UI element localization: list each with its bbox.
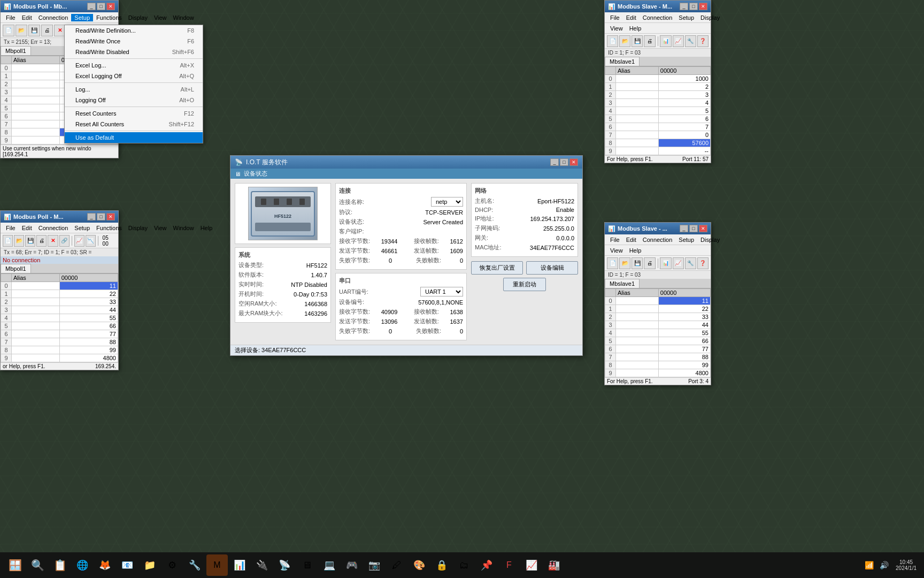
mbslave1-tb8[interactable]: ❓ [697, 35, 709, 47]
menu-setup[interactable]: Setup [71, 14, 93, 21]
taskbar-app6[interactable]: 💻 [319, 554, 340, 576]
mbslave1-tb7[interactable]: 🔧 [685, 35, 696, 47]
restore-factory-button[interactable]: 恢复出厂设置 [471, 261, 523, 275]
netp-select[interactable]: netp [431, 197, 463, 207]
ctx-use-as-default[interactable]: Use as Default [65, 132, 203, 143]
menu-file[interactable]: File [3, 14, 19, 21]
edit-device-button[interactable]: 设备编辑 [526, 261, 578, 275]
mbpoll2-toolbar-new[interactable]: 📄 [3, 235, 13, 247]
restart-button[interactable]: 重新启动 [503, 278, 546, 291]
mbpoll2-toolbar-btn3[interactable]: 📉 [86, 235, 96, 247]
mbpoll2-menu-help[interactable]: Help [197, 224, 216, 232]
mbslave2-display[interactable]: Display [697, 236, 723, 244]
mbpoll1-maximize[interactable]: □ [97, 3, 105, 10]
mbpoll1-tab[interactable]: Mbpoll1 [1, 46, 31, 55]
mbpoll2-menu-file[interactable]: File [3, 224, 19, 232]
iot-minimize[interactable]: _ [550, 158, 559, 166]
mbslave2-tb1[interactable]: 📄 [607, 257, 618, 269]
mbpoll2-menu-window[interactable]: Window [170, 224, 197, 232]
iot-maximize[interactable]: □ [560, 158, 568, 166]
mbslave2-minimize[interactable]: _ [680, 225, 688, 232]
mbslave1-file[interactable]: File [607, 14, 623, 21]
menu-edit[interactable]: Edit [19, 14, 35, 21]
mbslave1-view[interactable]: View [607, 25, 626, 32]
taskbar-app3[interactable]: 🔌 [251, 554, 273, 576]
taskbar-app8[interactable]: 📷 [364, 554, 385, 576]
mbslave2-maximize[interactable]: □ [689, 225, 698, 232]
mbslave2-tb7[interactable]: 🔧 [685, 257, 696, 269]
toolbar-open[interactable]: 📂 [16, 25, 27, 36]
taskbar-clock[interactable]: 10:45 2024/1/1 [892, 559, 920, 571]
mbpoll2-menu-display[interactable]: Display [125, 224, 151, 232]
mbslave1-tb2[interactable]: 📂 [619, 35, 630, 47]
mbslave2-tb4[interactable]: 🖨 [644, 257, 655, 269]
ctx-excel-logging-off[interactable]: Excel Logging Off Alt+Q [65, 71, 203, 81]
mbpoll2-menu-setup[interactable]: Setup [71, 224, 93, 232]
taskbar-app13[interactable]: 📌 [476, 554, 497, 576]
mbpoll2-menu-connection[interactable]: Connection [35, 224, 72, 232]
mbpoll2-toolbar-save[interactable]: 💾 [25, 235, 35, 247]
mbslave2-tb2[interactable]: 📂 [619, 257, 630, 269]
mbslave2-tb6[interactable]: 📈 [673, 257, 684, 269]
toolbar-new[interactable]: 📄 [3, 25, 14, 36]
mbpoll2-toolbar-connect[interactable]: 🔗 [59, 235, 70, 247]
mbslave2-view[interactable]: View [607, 247, 626, 254]
mbpoll2-menu-functions[interactable]: Functions [93, 224, 125, 232]
taskbar-app16[interactable]: 🏭 [543, 554, 565, 576]
taskbar-app4[interactable]: 📡 [274, 554, 295, 576]
menu-functions[interactable]: Functions [93, 14, 125, 21]
menu-window[interactable]: Window [170, 14, 197, 21]
mbslave2-close[interactable]: ✕ [699, 225, 707, 232]
mbpoll2-toolbar-stop[interactable]: ✕ [48, 235, 58, 247]
mbslave2-titlebar[interactable]: 📊 Modbus Slave - ... _ □ ✕ [605, 223, 711, 234]
mbpoll1-titlebar[interactable]: 📊 Modbus Poll - Mb... _ □ ✕ [1, 1, 118, 12]
taskbar-app11[interactable]: 🔒 [431, 554, 452, 576]
taskbar-mail[interactable]: 📧 [117, 554, 138, 576]
mbslave1-help[interactable]: Help [626, 25, 645, 32]
mbpoll2-maximize[interactable]: □ [97, 213, 105, 220]
mbpoll1-close[interactable]: ✕ [106, 3, 115, 10]
mbpoll2-tab[interactable]: Mbpoll1 [1, 264, 31, 273]
mbpoll2-close[interactable]: ✕ [106, 213, 115, 220]
mbslave2-edit[interactable]: Edit [623, 236, 640, 244]
taskbar-explorer[interactable]: 📁 [139, 554, 160, 576]
mbslave2-tab[interactable]: Mbslave1 [605, 279, 640, 288]
taskbar-browser1[interactable]: 🌐 [72, 554, 93, 576]
mbpoll2-minimize[interactable]: _ [87, 213, 96, 220]
taskbar-app5[interactable]: 🖥 [296, 554, 318, 576]
mbslave2-tb8[interactable]: ❓ [697, 257, 709, 269]
mbslave2-file[interactable]: File [607, 236, 623, 244]
taskbar-network[interactable]: 📶 [863, 559, 875, 572]
taskbar-app1[interactable]: M [206, 554, 228, 576]
mbslave1-setup[interactable]: Setup [675, 14, 697, 21]
taskbar-app12[interactable]: 🗂 [453, 554, 475, 576]
mbslave1-maximize[interactable]: □ [689, 3, 698, 10]
mbslave2-tb3[interactable]: 💾 [632, 257, 643, 269]
mbpoll2-toolbar-print[interactable]: 🖨 [36, 235, 47, 247]
taskbar-app10[interactable]: 🎨 [409, 554, 430, 576]
taskbar-taskview[interactable]: 📋 [49, 554, 71, 576]
taskbar-tool1[interactable]: 🔧 [184, 554, 205, 576]
mbpoll2-menu-view[interactable]: View [151, 224, 170, 232]
mbslave1-minimize[interactable]: _ [680, 3, 688, 10]
taskbar-settings[interactable]: ⚙ [161, 554, 183, 576]
mbpoll2-toolbar-btn2[interactable]: 📈 [74, 235, 84, 247]
ctx-readwrite-once[interactable]: Read/Write Once F6 [65, 36, 203, 47]
menu-connection[interactable]: Connection [35, 14, 72, 21]
taskbar-app7[interactable]: 🎮 [341, 554, 363, 576]
mbslave2-connection[interactable]: Connection [640, 236, 676, 244]
menu-view[interactable]: View [151, 14, 170, 21]
mbslave1-close[interactable]: ✕ [699, 3, 707, 10]
mbpoll2-titlebar[interactable]: 📊 Modbus Poll - M... _ □ ✕ [1, 211, 118, 223]
uart-select[interactable]: UART 1 [420, 287, 463, 296]
mbslave1-tb3[interactable]: 💾 [632, 35, 643, 47]
ctx-log[interactable]: Log... Alt+L [65, 84, 203, 95]
mbslave1-tb1[interactable]: 📄 [607, 35, 618, 47]
taskbar-app15[interactable]: 📈 [521, 554, 542, 576]
iot-titlebar[interactable]: 📡 I.O.T 服务软件 _ □ ✕ [230, 156, 582, 169]
mbslave2-help[interactable]: Help [626, 247, 645, 254]
taskbar-app14[interactable]: F [498, 554, 520, 576]
mbpoll1-minimize[interactable]: _ [87, 3, 96, 10]
mbslave1-tab[interactable]: Mbslave1 [605, 57, 640, 66]
ctx-readwrite-disabled[interactable]: Read/Write Disabled Shift+F6 [65, 47, 203, 57]
